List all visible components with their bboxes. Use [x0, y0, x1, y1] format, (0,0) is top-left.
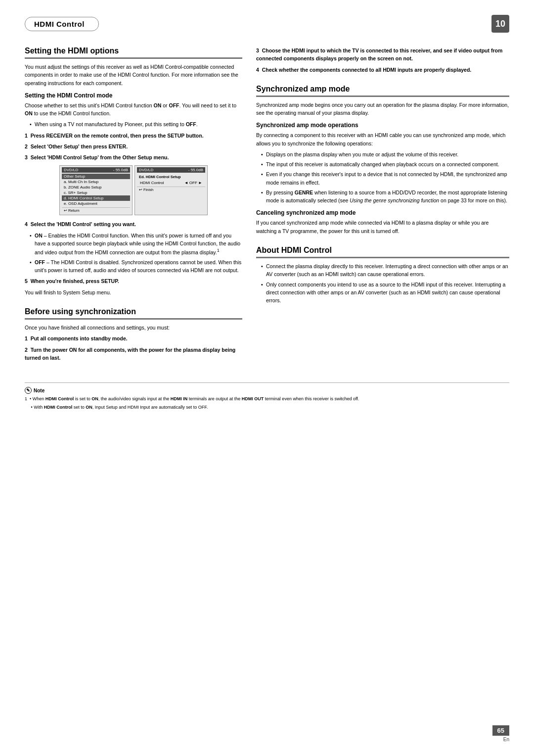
step4-on-bullet: ON – Enables the HDMI Control function. … — [30, 232, 242, 256]
osd-item-a: a. Multi Ch In Setup — [62, 179, 130, 185]
osd-left-header-title: DVD/LD — [64, 168, 78, 172]
osd-right-footer: ↩ Finish — [137, 187, 205, 192]
setting-hdmi-options-section: Setting the HDMI options You must adjust… — [25, 47, 242, 296]
bullet-pioneer-tv: When using a TV not manufactured by Pion… — [30, 120, 242, 128]
op-bullet-2: The input of this receiver is automatica… — [261, 160, 509, 168]
step1-text: 1 Press RECEIVER on the remote control, … — [25, 133, 204, 139]
right-column: 3 Choose the HDMI input to which the TV … — [256, 47, 509, 373]
osd-screenshots: DVD/LD - 55.0dB Other Setup a. Multi Ch … — [25, 165, 242, 215]
osd-item-e: e. OSD Adjustment — [62, 201, 130, 206]
osd-left-footer-return: ↩ Return — [64, 208, 80, 213]
footnote2: • With HDMI Control set to ON, Input Set… — [25, 404, 509, 411]
before-sync-title: Before using synchronization — [25, 307, 242, 320]
footnote1: 1 • When HDMI Control is set to ON, the … — [25, 396, 509, 403]
chapter-title: HDMI Control — [34, 20, 85, 28]
page-number: 65 — [492, 725, 509, 736]
step5: 5 When you're finished, press SETUP. — [25, 277, 242, 285]
step2: 2 Select 'Other Setup' then press ENTER. — [25, 142, 242, 150]
osd-left-footer: ↩ Return — [62, 207, 130, 213]
note-icon: ✎ — [25, 387, 32, 394]
synchronized-amp-title: Synchronized amp mode — [256, 85, 509, 97]
about-hdmi-title: About HDMI Control — [256, 246, 509, 258]
operations-intro: By connecting a component to this receiv… — [256, 131, 509, 147]
step1: 1 Press RECEIVER on the remote control, … — [25, 132, 242, 140]
step3-left: 3 Select 'HDMI Control Setup' from the O… — [25, 153, 242, 161]
page: HDMI Control 10 Setting the HDMI options… — [0, 0, 534, 756]
main-content: Setting the HDMI options You must adjust… — [25, 47, 509, 373]
about-hdmi-bullets: Connect the plasma display directly to t… — [256, 262, 509, 304]
osd-item-c: c. SR+ Setup — [62, 190, 130, 195]
page-lang: En — [503, 737, 509, 742]
before-synchronization-section: Before using synchronization Once you ha… — [25, 307, 242, 362]
osd-box-right: DVD/LD - 55.0dB Ed. HDMI Control Setup H… — [134, 165, 208, 215]
osd-right-header: DVD/LD - 55.0dB — [137, 167, 205, 173]
osd-hdmi-control-label: HDMI Control — [140, 181, 164, 185]
about-hdmi-control-section: About HDMI Control Connect the plasma di… — [256, 246, 509, 304]
setting-hdmi-options-title: Setting the HDMI options — [25, 47, 242, 59]
step5-text: You will finish to System Setup menu. — [25, 288, 242, 296]
step4-off-bullet: OFF – The HDMI Control is disabled. Sync… — [30, 258, 242, 275]
sync-step2: 2 Turn the power ON for all components, … — [25, 346, 242, 362]
chapter-tab: HDMI Control — [25, 17, 99, 31]
osd-box-left: DVD/LD - 55.0dB Other Setup a. Multi Ch … — [59, 165, 133, 215]
osd-left-header: DVD/LD - 55.0dB — [62, 167, 130, 173]
osd-hdmi-control-row: HDMI Control ◄ OFF ► — [137, 180, 205, 186]
osd-other-setup: Other Setup — [62, 174, 130, 179]
osd-right-footer-finish: ↩ Finish — [139, 188, 153, 192]
about-bullet-2: Only connect components you intend to us… — [261, 281, 509, 305]
hdmi-control-mode-text: Choose whether to set this unit's HDMI C… — [25, 101, 242, 118]
bottom-bar: 65 En — [492, 725, 509, 742]
synchronized-amp-intro: Synchronized amp mode begins once you ca… — [256, 101, 509, 117]
before-sync-intro: Once you have finished all connections a… — [25, 324, 242, 331]
op-bullet-4: By pressing GENRE when listening to a so… — [261, 189, 509, 205]
step4: 4 Select the 'HDMI Control' setting you … — [25, 220, 242, 228]
operations-subtitle: Synchronized amp mode operations — [256, 122, 509, 129]
note-section: ✎ Note 1 • When HDMI Control is set to O… — [25, 382, 509, 411]
page-header: HDMI Control 10 — [25, 15, 509, 33]
osd-hdmi-control-value: ◄ OFF ► — [184, 181, 202, 185]
op-bullet-1: Displays on the plasma display when you … — [261, 150, 509, 158]
chapter-number: 10 — [491, 15, 509, 33]
note-header: ✎ Note — [25, 387, 509, 394]
sync-step1: 1 Put all components into standby mode. — [25, 334, 242, 342]
osd-left-header-db: - 55.0dB — [113, 168, 128, 172]
about-bullet-1: Connect the plasma display directly to t… — [261, 262, 509, 279]
step3-right-section: 3 Choose the HDMI input to which the TV … — [256, 47, 509, 74]
osd-right-header-db: - 55.0dB — [188, 168, 203, 172]
osd-item-d: d. HDMI Control Setup — [62, 195, 130, 201]
osd-item-b: b. ZONE Audio Setup — [62, 185, 130, 190]
setting-hdmi-options-intro: You must adjust the settings of this rec… — [25, 63, 242, 87]
left-column: Setting the HDMI options You must adjust… — [25, 47, 242, 373]
step4-right-step: 4 Check whether the components connected… — [256, 66, 509, 74]
canceling-text: If you cancel synchronized amp mode whil… — [256, 219, 509, 235]
osd-right-section-title: Ed. HDMI Control Setup — [137, 174, 205, 180]
step4-bullets: ON – Enables the HDMI Control function. … — [25, 232, 242, 275]
hdmi-control-mode-subtitle: Setting the HDMI Control mode — [25, 92, 242, 99]
synchronized-amp-mode-section: Synchronized amp mode Synchronized amp m… — [256, 85, 509, 235]
canceling-subtitle: Canceling synchronized amp mode — [256, 209, 509, 216]
note-label: Note — [34, 388, 44, 393]
op-bullet-3: Even if you change this receiver's input… — [261, 170, 509, 187]
step3-right-step: 3 Choose the HDMI input to which the TV … — [256, 47, 509, 63]
osd-right-header-title: DVD/LD — [139, 168, 153, 172]
operations-bullets: Displays on the plasma display when you … — [256, 150, 509, 205]
hdmi-control-mode-bullets: When using a TV not manufactured by Pion… — [25, 120, 242, 128]
